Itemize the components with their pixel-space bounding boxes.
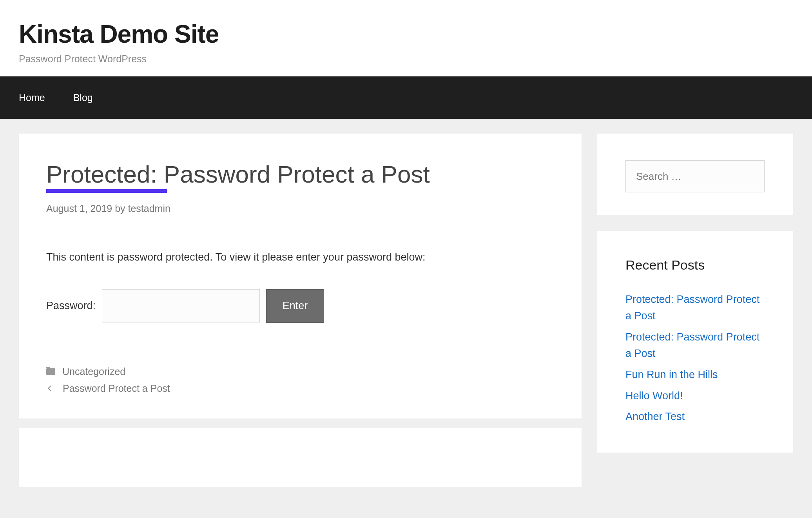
site-title[interactable]: Kinsta Demo Site [19,20,793,48]
category-row: Uncategorized [46,366,554,377]
post-date: August 1, 2019 [46,203,112,214]
main-nav: Home Blog [0,76,812,119]
list-item: Hello World! [625,388,765,404]
recent-posts-title: Recent Posts [625,257,765,273]
post-author: testadmin [128,203,170,214]
recent-posts-list: Protected: Password Protect a Post Prote… [625,292,765,425]
post-meta: August 1, 2019 by testadmin [46,203,554,214]
password-form: Password: Enter [46,289,554,323]
prev-post-link: Password Protect a Post [63,383,170,394]
password-label: Password: [46,297,96,314]
protected-message: This content is password protected. To v… [46,249,554,266]
recent-post-link[interactable]: Another Test [625,411,685,422]
list-item: Another Test [625,409,765,425]
site-content: Protected: Password Protect a Post Augus… [0,119,812,498]
folder-icon [46,368,55,375]
recent-post-link[interactable]: Hello World! [625,390,683,402]
search-input[interactable] [625,160,765,192]
post-title: Protected: Password Protect a Post [46,160,554,188]
recent-posts-widget: Recent Posts Protected: Password Protect… [597,231,793,453]
sidebar: Recent Posts Protected: Password Protect… [597,134,793,487]
recent-post-link[interactable]: Protected: Password Protect a Post [625,293,759,322]
site-header: Kinsta Demo Site Password Protect WordPr… [0,0,812,76]
site-tagline: Password Protect WordPress [19,53,793,65]
list-item: Fun Run in the Hills [625,367,765,383]
enter-button[interactable]: Enter [266,289,324,323]
post-content: This content is password protected. To v… [46,249,554,323]
post-by-label: by [115,203,125,214]
prev-post-row[interactable]: Password Protect a Post [46,383,554,394]
post-article: Protected: Password Protect a Post Augus… [19,134,582,418]
nav-item-blog[interactable]: Blog [73,92,93,103]
title-underline [46,189,167,193]
content-area: Protected: Password Protect a Post Augus… [19,134,582,487]
list-item: Protected: Password Protect a Post [625,329,765,362]
list-item: Protected: Password Protect a Post [625,292,765,324]
recent-post-link[interactable]: Protected: Password Protect a Post [625,331,759,359]
chevron-left-icon [48,386,53,391]
password-input[interactable] [102,289,260,322]
search-widget [597,134,793,215]
post-footer: Uncategorized Password Protect a Post [46,366,554,394]
recent-post-link[interactable]: Fun Run in the Hills [625,369,718,380]
nav-item-home[interactable]: Home [19,92,45,103]
post-category[interactable]: Uncategorized [62,366,125,377]
secondary-card [19,428,582,487]
